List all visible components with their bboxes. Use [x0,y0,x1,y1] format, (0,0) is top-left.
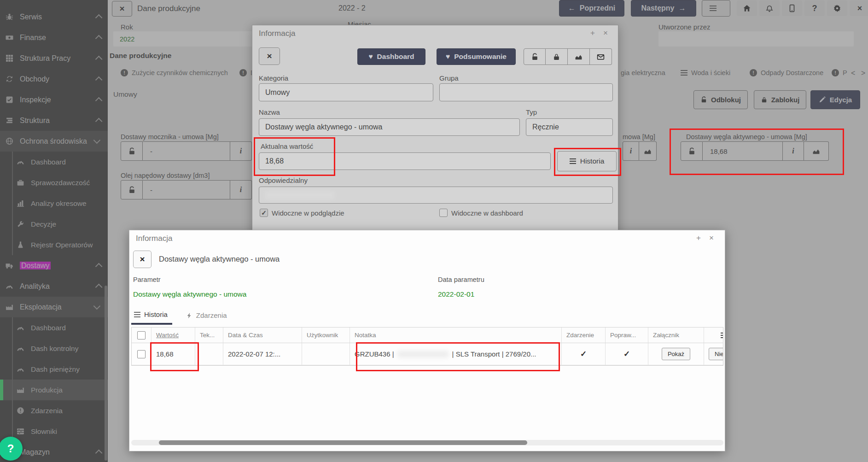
column-label: Zdarzenie [566,332,594,339]
column-header-Użytkownik[interactable]: Użytkownik [302,327,350,343]
nie-button[interactable]: Nie [709,348,723,360]
expand-icon[interactable]: + [693,233,704,243]
cell-zdarzenie: ✓ [562,343,606,365]
scrollbar-thumb[interactable] [159,440,527,445]
horizontal-scrollbar[interactable] [131,440,723,445]
data-parametru-value[interactable]: 2022-02-01 [438,290,474,298]
column-label: Załącznik [653,332,679,339]
column-header-icon[interactable] [132,327,151,343]
column-header-Popraw...[interactable]: Popraw... [606,327,648,343]
data-parametru-label: Data parametru [438,276,484,283]
cell-extra: Nie [704,343,723,365]
cell-uzytkownik [302,343,350,365]
column-header-Tek...[interactable]: Tek... [195,327,223,343]
select-all-checkbox[interactable] [137,331,146,339]
close-icon[interactable]: × [706,233,717,243]
check-icon: ✓ [580,349,587,359]
history-table: WartośćTek...Data & CzasUżytkownikNotatk… [131,327,723,366]
informacja-modal-history: Informacja + × × Dostawy węgla aktywnego… [129,230,725,451]
cell-wartosc: 18,68 [151,343,195,365]
column-header-Załącznik[interactable]: Załącznik [648,327,704,343]
parametr-value[interactable]: Dostawy węgla aktywnego - umowa [133,290,246,298]
parameter-heading: Dostawy węgla aktywnego - umowa [159,255,280,263]
column-label: Popraw... [610,332,636,339]
list-icon [134,312,140,317]
modal-close-button[interactable]: × [133,251,151,268]
notatka-suffix: | SLS Transport | 2769/20... [452,350,536,358]
column-label: Wartość [156,332,179,339]
check-icon: ✓ [623,349,630,359]
notatka-prefix: GRZUB436 | [355,350,394,358]
redacted-value [398,351,449,357]
table-row: 18,682022-02-07 12:...GRZUB436 || SLS Tr… [132,343,723,365]
tab-historia[interactable]: Historia [131,308,172,325]
app-window: SerwisFinanseStruktura PracyObchodyInspe… [0,0,868,462]
tab-zdarzenia[interactable]: Zdarzenia [183,308,232,325]
pokaz-button[interactable]: Pokaż [662,348,690,360]
column-header-Notatka[interactable]: Notatka [350,327,562,343]
cell-notatka: GRZUB436 || SLS Transport | 2769/20... [350,343,562,365]
cell-popraw: ✓ [606,343,648,365]
columns-menu-icon[interactable] [721,333,723,338]
row-checkbox[interactable] [137,350,146,358]
lightning-icon [186,312,192,319]
column-header-Zdarzenie[interactable]: Zdarzenie [562,327,606,343]
table-header-row: WartośćTek...Data & CzasUżytkownikNotatk… [132,327,723,343]
parametr-label: Parametr [133,276,161,283]
column-label: Tek... [200,332,215,339]
cell-zalacznik: Pokaż [648,343,704,365]
column-label: Data & Czas [228,332,263,339]
modal-title: Informacja [136,234,172,243]
cell-data-czas: 2022-02-07 12:... [223,343,302,365]
column-header-Wartość[interactable]: Wartość [151,327,195,343]
column-label: Notatka [355,332,376,339]
column-label: Użytkownik [307,332,338,339]
column-header-Data & Czas[interactable]: Data & Czas [223,327,302,343]
cell-tekst [195,343,223,365]
history-tabs: Historia Zdarzenia [131,308,232,325]
column-header-icon[interactable] [704,327,723,343]
